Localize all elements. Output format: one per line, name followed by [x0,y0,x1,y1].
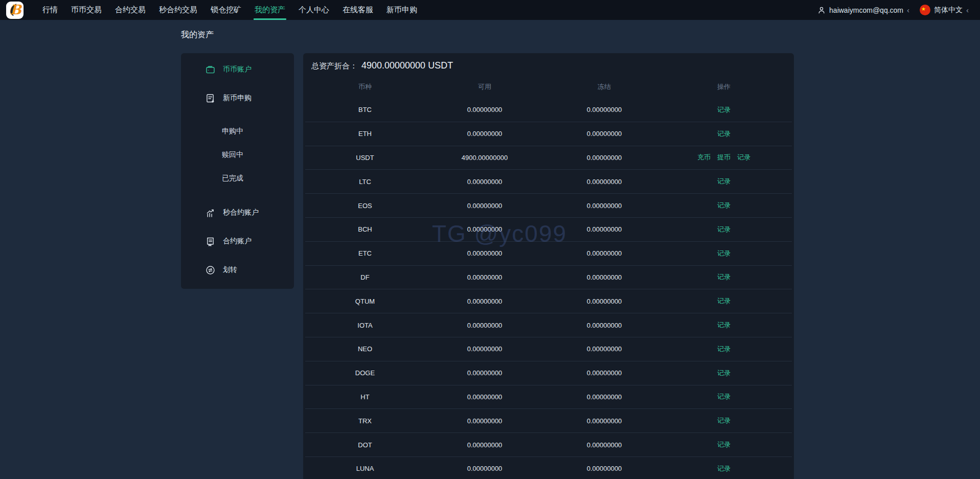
contract-icon [205,236,216,247]
action-link[interactable]: 记录 [717,321,731,330]
language-selector[interactable]: 简体中文 [934,6,963,15]
action-link[interactable]: 记录 [717,201,731,210]
user-menu-chevron-icon[interactable]: ‹ [907,6,909,14]
available-amount: 0.00000000 [425,106,544,113]
available-amount: 0.00000000 [425,322,544,329]
coin-symbol: NEO [305,345,425,353]
table-row-btc: BTC 0.00000000 0.00000000 记录 [305,98,792,122]
available-amount: 0.00000000 [425,130,544,138]
action-link[interactable]: 提币 [717,153,731,162]
frozen-amount: 0.00000000 [544,178,664,186]
action-link[interactable]: 记录 [717,440,731,449]
table-row-trx: TRX 0.00000000 0.00000000 记录 [305,409,792,433]
nav-item-user-center[interactable]: 个人中心 [292,0,336,20]
nav-item-contract-trade[interactable]: 合约交易 [108,0,152,20]
available-amount: 0.00000000 [425,441,544,449]
coin-symbol: USDT [305,154,425,162]
frozen-amount: 0.00000000 [544,465,664,472]
assets-panel: 总资产折合： 4900.00000000 USDT 币种 可用 冻结 操作 BT… [303,53,794,479]
coin-symbol: LTC [305,178,425,186]
table-row-qtum: QTUM 0.00000000 0.00000000 记录 [305,289,792,313]
available-amount: 0.00000000 [425,298,544,305]
row-actions: 记录 [664,272,784,282]
total-assets-label: 总资产折合： [311,61,357,71]
wallet-icon [205,64,216,75]
action-link[interactable]: 充币 [697,153,711,162]
table-row-bch: BCH 0.00000000 0.00000000 记录 [305,218,792,242]
coin-symbol: TRX [305,417,425,425]
coin-symbol: IOTA [305,322,425,329]
row-actions: 记录 [664,201,784,210]
sidebar-subitem-redeeming[interactable]: 赎回中 [181,143,294,167]
available-amount: 0.00000000 [425,369,544,377]
nav-item-online-support[interactable]: 在线客服 [336,0,380,20]
sidebar-item-second-contract-account[interactable]: 秒合约账户 [181,198,294,227]
nav-item-my-assets[interactable]: 我的资产 [248,0,292,20]
row-actions: 记录 [664,177,784,186]
sidebar-item-new-coin-subscribe[interactable]: 新币申购 [181,84,294,112]
coin-symbol: ETC [305,249,425,257]
nav-item-market[interactable]: 行情 [36,0,64,20]
available-amount: 0.00000000 [425,178,544,186]
action-link[interactable]: 记录 [717,345,731,354]
language-chevron-icon[interactable]: ‹ [966,6,969,14]
frozen-amount: 0.00000000 [544,393,664,401]
total-assets-bar: 总资产折合： 4900.00000000 USDT [303,53,794,76]
available-amount: 4900.00000000 [425,154,544,162]
brand-logo[interactable]: ( B [6,2,24,19]
available-amount: 0.00000000 [425,202,544,210]
coin-symbol: ETH [305,130,425,138]
table-row-neo: NEO 0.00000000 0.00000000 记录 [305,337,792,361]
column-header-frozen: 冻结 [544,82,664,92]
coin-symbol: BCH [305,225,425,233]
total-assets-value: 4900.00000000 USDT [361,60,453,71]
available-amount: 0.00000000 [425,417,544,425]
action-link[interactable]: 记录 [717,392,731,401]
frozen-amount: 0.00000000 [544,225,664,233]
coin-symbol: DF [305,273,425,281]
action-link[interactable]: 记录 [737,153,750,162]
nav-right-area: haiwaiymcom@qq.com ‹ ★ 简体中文 ‹ [817,5,972,15]
sidebar-item-contract-account[interactable]: 合约账户 [181,227,294,256]
nav-item-new-coin[interactable]: 新币申购 [380,0,424,20]
transfer-icon [205,265,216,276]
row-actions: 记录 [664,416,784,425]
table-row-eos: EOS 0.00000000 0.00000000 记录 [305,194,792,218]
sidebar-subitem-completed[interactable]: 已完成 [181,167,294,190]
frozen-amount: 0.00000000 [544,322,664,329]
row-actions: 记录 [664,129,784,139]
row-actions: 记录 [664,249,784,258]
table-row-usdt: USDT 4900.00000000 0.00000000 充币提币记录 [305,146,792,170]
frozen-amount: 0.00000000 [544,154,664,162]
nav-item-spot-trade[interactable]: 币币交易 [64,0,108,20]
coin-symbol: DOT [305,441,425,449]
action-link[interactable]: 记录 [717,369,731,378]
action-link[interactable]: 记录 [717,129,731,139]
top-nav-bar: ( B 行情币币交易合约交易秒合约交易锁仓挖矿我的资产个人中心在线客服新币申购 … [0,0,980,20]
action-link[interactable]: 记录 [717,249,731,258]
sidebar-subitem-subscribing[interactable]: 申购中 [181,120,294,143]
row-actions: 记录 [664,369,784,378]
frozen-amount: 0.00000000 [544,249,664,257]
sidebar-item-coin-account[interactable]: 币币账户 [181,55,294,84]
action-link[interactable]: 记录 [717,272,731,282]
action-link[interactable]: 记录 [717,416,731,425]
column-header-available: 可用 [425,82,544,92]
action-link[interactable]: 记录 [717,464,731,473]
action-link[interactable]: 记录 [717,105,731,115]
action-link[interactable]: 记录 [717,177,731,186]
table-row-luna: LUNA 0.00000000 0.00000000 记录 [305,457,792,479]
main-nav: 行情币币交易合约交易秒合约交易锁仓挖矿我的资产个人中心在线客服新币申购 [36,0,424,20]
action-link[interactable]: 记录 [717,225,731,234]
user-email[interactable]: haiwaiymcom@qq.com [829,6,903,14]
sidebar-item-transfer[interactable]: 划转 [181,256,294,284]
assets-sidebar: 币币账户 新币申购 申购中赎回中已完成 秒合约账户 合约账户 划转 [181,53,294,289]
frozen-amount: 0.00000000 [544,441,664,449]
nav-item-lock-mining[interactable]: 锁仓挖矿 [204,0,248,20]
action-link[interactable]: 记录 [717,296,731,306]
available-amount: 0.00000000 [425,273,544,281]
coin-symbol: DOGE [305,369,425,377]
nav-item-second-contract[interactable]: 秒合约交易 [152,0,204,20]
table-row-eth: ETH 0.00000000 0.00000000 记录 [305,122,792,146]
coin-symbol: EOS [305,202,425,210]
